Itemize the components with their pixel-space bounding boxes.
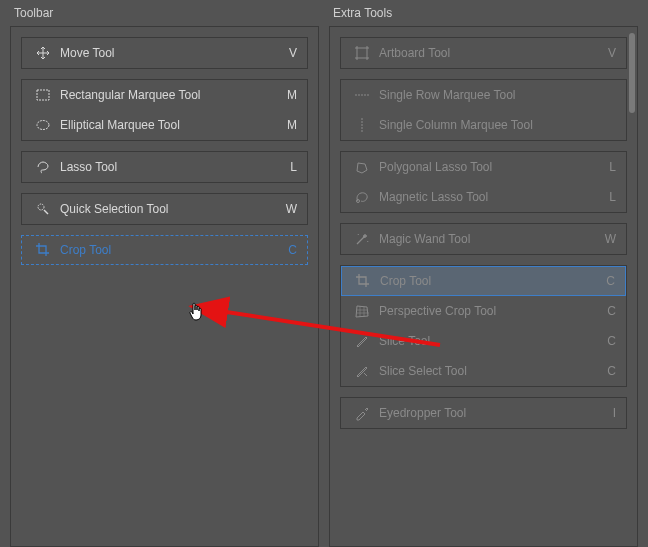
tool-slice-select[interactable]: Slice Select ToolC	[341, 356, 626, 386]
tool-label: Quick Selection Tool	[54, 202, 281, 216]
lasso-icon	[32, 159, 54, 175]
tool-label: Single Column Marquee Tool	[373, 118, 600, 132]
tool-shortcut: C	[281, 243, 297, 257]
tool-shortcut: M	[281, 118, 297, 132]
tool-eyedropper[interactable]: Eyedropper ToolI	[341, 398, 626, 428]
toolbar-panel: Toolbar Move ToolVRectangular Marquee To…	[10, 0, 319, 547]
row-marquee-icon	[351, 87, 373, 103]
tool-lasso[interactable]: Lasso ToolL	[22, 152, 307, 182]
tool-label: Elliptical Marquee Tool	[54, 118, 281, 132]
tool-crop[interactable]: Crop ToolC	[341, 266, 626, 296]
crop-icon	[32, 242, 54, 258]
tool-shortcut: C	[600, 364, 616, 378]
tool-group: Single Row Marquee ToolSingle Column Mar…	[340, 79, 627, 141]
artboard-icon	[351, 45, 373, 61]
tool-group: Artboard ToolV	[340, 37, 627, 69]
tool-group: Rectangular Marquee ToolMElliptical Marq…	[21, 79, 308, 141]
tool-group: Magic Wand ToolW	[340, 223, 627, 255]
tool-label: Crop Tool	[54, 243, 281, 257]
scrollbar-thumb[interactable]	[629, 33, 635, 113]
tool-shortcut: W	[281, 202, 297, 216]
move-icon	[32, 45, 54, 61]
tool-group: Eyedropper ToolI	[340, 397, 627, 429]
tool-persp-crop[interactable]: Perspective Crop ToolC	[341, 296, 626, 326]
extra-tools-panel: Extra Tools Artboard ToolVSingle Row Mar…	[329, 0, 638, 547]
toolbar-panel-body[interactable]: Move ToolVRectangular Marquee ToolMEllip…	[10, 26, 319, 547]
customize-toolbar-dialog: Toolbar Move ToolVRectangular Marquee To…	[0, 0, 648, 547]
tool-label: Lasso Tool	[54, 160, 281, 174]
extra-tools-panel-title: Extra Tools	[329, 6, 638, 20]
tool-shortcut: M	[281, 88, 297, 102]
tool-mag-lasso[interactable]: Magnetic Lasso ToolL	[341, 182, 626, 212]
tool-group: Crop ToolCPerspective Crop ToolCSlice To…	[340, 265, 627, 387]
col-marquee-icon	[351, 117, 373, 133]
scrollbar[interactable]	[627, 27, 637, 546]
rect-marquee-icon	[32, 87, 54, 103]
poly-lasso-icon	[351, 159, 373, 175]
tool-move[interactable]: Move ToolV	[22, 38, 307, 68]
extra-tools-panel-body[interactable]: Artboard ToolVSingle Row Marquee ToolSin…	[329, 26, 638, 547]
tool-label: Move Tool	[54, 46, 281, 60]
tool-shortcut: L	[600, 190, 616, 204]
slice-select-icon	[351, 363, 373, 379]
tool-ellipse-marquee[interactable]: Elliptical Marquee ToolM	[22, 110, 307, 140]
quick-select-icon	[32, 201, 54, 217]
tool-label: Rectangular Marquee Tool	[54, 88, 281, 102]
tool-label: Slice Tool	[373, 334, 600, 348]
slice-icon	[351, 333, 373, 349]
persp-crop-icon	[351, 303, 373, 319]
tool-label: Crop Tool	[374, 274, 599, 288]
crop-icon	[352, 273, 374, 289]
tool-shortcut: L	[600, 160, 616, 174]
tool-label: Eyedropper Tool	[373, 406, 600, 420]
tool-slice[interactable]: Slice ToolC	[341, 326, 626, 356]
tool-row-marquee[interactable]: Single Row Marquee Tool	[341, 80, 626, 110]
tool-rect-marquee[interactable]: Rectangular Marquee ToolM	[22, 80, 307, 110]
tool-shortcut: C	[600, 334, 616, 348]
wand-icon	[351, 231, 373, 247]
tool-poly-lasso[interactable]: Polygonal Lasso ToolL	[341, 152, 626, 182]
tool-shortcut: W	[600, 232, 616, 246]
tool-group: Lasso ToolL	[21, 151, 308, 183]
tool-label: Artboard Tool	[373, 46, 600, 60]
tool-shortcut: C	[599, 274, 615, 288]
tool-group: Polygonal Lasso ToolLMagnetic Lasso Tool…	[340, 151, 627, 213]
tool-label: Perspective Crop Tool	[373, 304, 600, 318]
tool-wand[interactable]: Magic Wand ToolW	[341, 224, 626, 254]
tool-label: Magic Wand Tool	[373, 232, 600, 246]
tool-quick-select[interactable]: Quick Selection ToolW	[22, 194, 307, 224]
tool-shortcut: C	[600, 304, 616, 318]
mag-lasso-icon	[351, 189, 373, 205]
tool-label: Magnetic Lasso Tool	[373, 190, 600, 204]
tool-group: Quick Selection ToolW	[21, 193, 308, 225]
eyedropper-icon	[351, 405, 373, 421]
tool-label: Single Row Marquee Tool	[373, 88, 600, 102]
tool-artboard[interactable]: Artboard ToolV	[341, 38, 626, 68]
ellipse-marquee-icon	[32, 117, 54, 133]
tool-shortcut: I	[600, 406, 616, 420]
tool-group: Move ToolV	[21, 37, 308, 69]
tool-shortcut: V	[281, 46, 297, 60]
toolbar-panel-title: Toolbar	[10, 6, 319, 20]
tool-label: Polygonal Lasso Tool	[373, 160, 600, 174]
tool-shortcut: V	[600, 46, 616, 60]
tool-label: Slice Select Tool	[373, 364, 600, 378]
tool-col-marquee[interactable]: Single Column Marquee Tool	[341, 110, 626, 140]
tool-crop[interactable]: Crop ToolC	[21, 235, 308, 265]
tool-shortcut: L	[281, 160, 297, 174]
